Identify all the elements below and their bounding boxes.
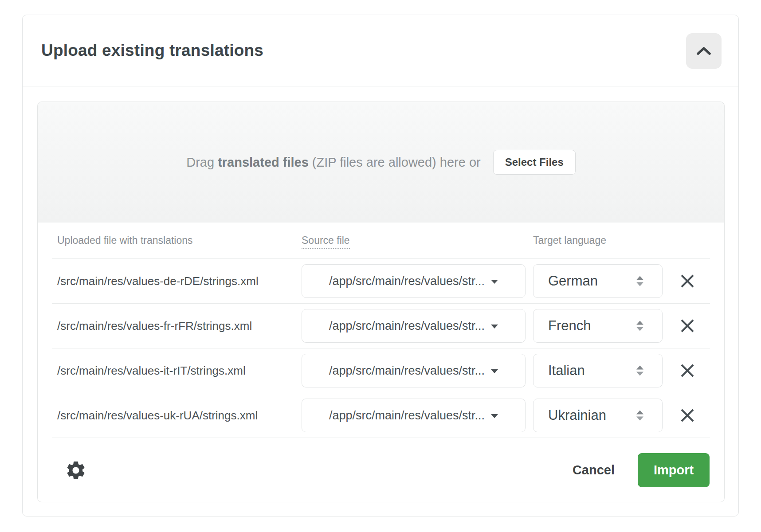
gear-icon: [65, 476, 87, 483]
source-file-help-label[interactable]: Source file: [302, 235, 350, 249]
caret-down-icon: [491, 414, 498, 418]
source-file-dropdown[interactable]: /app/src/main/res/values/str...: [302, 354, 526, 387]
target-language-value: German: [548, 273, 598, 289]
table-header-row: Uploaded file with translations Source f…: [52, 223, 710, 259]
caret-down-icon: [491, 325, 498, 329]
target-language-select[interactable]: French: [533, 309, 663, 343]
uploaded-file-path: /src/main/res/values-fr-rFR/strings.xml: [52, 319, 296, 333]
uploaded-file-path: /src/main/res/values-uk-rUA/strings.xml: [52, 409, 296, 422]
uploaded-files-table: Uploaded file with translations Source f…: [38, 223, 724, 438]
source-file-dropdown[interactable]: /app/src/main/res/values/str...: [302, 264, 526, 298]
source-file-value: /app/src/main/res/values/str...: [329, 409, 485, 422]
remove-file-button[interactable]: [676, 404, 699, 427]
up-down-arrows-icon: [636, 411, 643, 421]
chevron-up-icon: [696, 47, 711, 55]
cancel-button[interactable]: Cancel: [570, 458, 617, 482]
column-header-target-language: Target language: [528, 235, 665, 246]
target-language-select[interactable]: Italian: [533, 354, 663, 387]
table-row: /src/main/res/values-uk-rUA/strings.xml …: [52, 393, 710, 438]
table-row: /src/main/res/values-it-rIT/strings.xml …: [52, 348, 710, 393]
target-language-value: Ukrainian: [548, 407, 606, 423]
caret-down-icon: [491, 280, 498, 284]
upload-translations-dialog: Upload existing translations Drag transl…: [22, 15, 739, 516]
target-language-select[interactable]: Ukrainian: [533, 399, 663, 432]
page-title: Upload existing translations: [41, 41, 263, 60]
target-language-select[interactable]: German: [533, 264, 663, 298]
dropzone-instructions: Drag translated files (ZIP files are all…: [186, 155, 481, 170]
source-file-value: /app/src/main/res/values/str...: [329, 274, 485, 288]
target-language-value: French: [548, 318, 591, 334]
dialog-footer: Cancel Import: [38, 438, 724, 502]
x-icon: [679, 374, 696, 381]
caret-down-icon: [491, 369, 498, 373]
source-file-dropdown[interactable]: /app/src/main/res/values/str...: [302, 309, 526, 343]
import-button[interactable]: Import: [638, 453, 710, 487]
select-files-button[interactable]: Select Files: [493, 150, 576, 175]
table-row: /src/main/res/values-de-rDE/strings.xml …: [52, 259, 710, 304]
up-down-arrows-icon: [636, 321, 643, 331]
settings-button[interactable]: [63, 458, 89, 483]
table-row: /src/main/res/values-fr-rFR/strings.xml …: [52, 304, 710, 348]
x-icon: [679, 329, 696, 336]
dialog-header: Upload existing translations: [23, 15, 738, 86]
remove-file-button[interactable]: [676, 359, 699, 382]
uploaded-file-path: /src/main/res/values-de-rDE/strings.xml: [52, 274, 296, 288]
remove-file-button[interactable]: [676, 314, 699, 337]
source-file-value: /app/src/main/res/values/str...: [329, 364, 485, 378]
x-icon: [679, 419, 696, 426]
up-down-arrows-icon: [636, 366, 643, 376]
source-file-value: /app/src/main/res/values/str...: [329, 319, 485, 333]
file-dropzone[interactable]: Drag translated files (ZIP files are all…: [38, 102, 724, 223]
column-header-uploaded-file: Uploaded file with translations: [52, 235, 296, 246]
upload-panel: Drag translated files (ZIP files are all…: [37, 102, 725, 502]
target-language-value: Italian: [548, 363, 585, 379]
column-header-source-file: Source file: [296, 235, 528, 246]
x-icon: [679, 285, 696, 291]
uploaded-file-path: /src/main/res/values-it-rIT/strings.xml: [52, 364, 296, 378]
collapse-button[interactable]: [686, 33, 722, 69]
source-file-dropdown[interactable]: /app/src/main/res/values/str...: [302, 399, 526, 432]
up-down-arrows-icon: [636, 276, 643, 286]
remove-file-button[interactable]: [676, 270, 699, 293]
